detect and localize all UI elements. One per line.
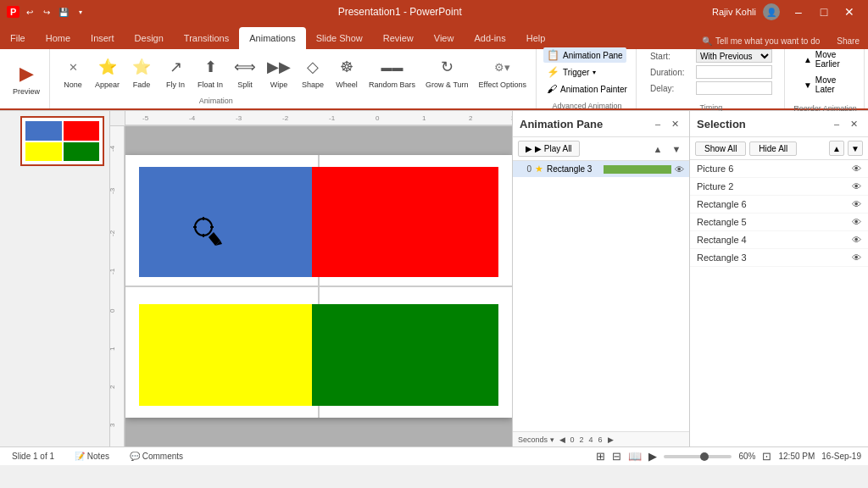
save-icon[interactable]: 💾 (57, 5, 70, 19)
selection-up-button[interactable]: ▲ (829, 141, 844, 156)
duration-input[interactable] (696, 65, 772, 79)
selection-pane-close[interactable]: ✕ (846, 116, 861, 131)
slide-canvas[interactable]: 0 (125, 126, 512, 446)
tab-insert[interactable]: Insert (81, 27, 125, 49)
titlebar: P ↩ ↪ 💾 ▾ Presentation1 - PowerPoint Raj… (0, 0, 868, 24)
anim-growturn[interactable]: ↻ Grow & Turn (421, 53, 473, 92)
preview-button[interactable]: ▶ Preview (8, 59, 44, 98)
tab-transitions[interactable]: Transitions (174, 27, 239, 49)
notes-icon: 📝 (75, 452, 85, 461)
delay-input[interactable] (696, 81, 772, 95)
view-reading[interactable]: 📖 (628, 450, 642, 463)
anim-shape[interactable]: ◇ Shape (297, 53, 329, 92)
anim-up-button[interactable]: ▲ (650, 141, 665, 157)
sel-item[interactable]: Picture 6 👁 (690, 160, 868, 178)
animation-pane-controls: – ✕ (650, 116, 682, 131)
zoom-slider[interactable] (664, 455, 732, 458)
selection-pane-header: Selection – ✕ (690, 111, 868, 137)
eye-rect6[interactable]: 👁 (852, 199, 861, 209)
trigger-button[interactable]: ⚡ Trigger ▾ (543, 64, 599, 80)
anim-fade[interactable]: ⭐ Fade (125, 53, 158, 92)
animation-pane-title: Animation Pane (520, 118, 603, 130)
tab-file[interactable]: File (0, 27, 36, 49)
tab-view[interactable]: View (424, 27, 465, 49)
anim-split[interactable]: ⟺ Split (229, 53, 261, 92)
sel-item[interactable]: Picture 2 👁 (690, 178, 868, 196)
user-avatar: 👤 (763, 3, 780, 20)
eye-rect3[interactable]: 👁 (852, 252, 861, 263)
anim-down-button[interactable]: ▼ (669, 141, 684, 157)
animation-painter-button[interactable]: 🖌 Animation Painter (543, 81, 631, 97)
view-slideshow[interactable]: ▶ (648, 450, 657, 463)
redo-icon[interactable]: ↪ (40, 5, 53, 19)
tab-animations[interactable]: Animations (239, 27, 305, 49)
ruler-corner (110, 111, 125, 126)
sel-item[interactable]: Rectangle 4 👁 (690, 231, 868, 249)
hide-all-button[interactable]: Hide All (749, 141, 797, 156)
slide-panel: 1 (0, 111, 110, 446)
move-earlier-button[interactable]: ▲Move Earlier (798, 48, 852, 70)
svg-text:-3: -3 (236, 114, 242, 122)
tab-help[interactable]: Help (516, 27, 556, 49)
selection-button-bar: Show All Hide All ▲ ▼ (690, 137, 868, 160)
tab-design[interactable]: Design (125, 27, 174, 49)
ribbon-group-reorder: ▲Move Earlier ▼Move Later Reorder Animat… (787, 49, 865, 108)
sel-item[interactable]: Rectangle 3 👁 (690, 249, 868, 267)
anim-pane-minimize[interactable]: – (650, 116, 665, 131)
play-all-button[interactable]: ▶ ▶ Play All (518, 141, 580, 157)
zoom-handle[interactable] (700, 452, 709, 461)
anim-none[interactable]: ✕ None (57, 53, 89, 92)
comments-icon: 💬 (130, 452, 140, 461)
eye-picture6[interactable]: 👁 (852, 164, 861, 174)
tab-review[interactable]: Review (373, 27, 424, 49)
customize-icon[interactable]: ▾ (74, 5, 87, 19)
start-select[interactable]: With Previous On Click After Previous (696, 49, 772, 63)
anim-pane-close[interactable]: ✕ (667, 116, 682, 131)
minimize-button[interactable]: – (787, 3, 810, 21)
anim-floatin[interactable]: ⬆ Float In (193, 53, 227, 92)
anim-eye-icon[interactable]: 👁 (675, 164, 684, 175)
titlebar-left: P ↩ ↪ 💾 ▾ (7, 5, 87, 19)
undo-icon[interactable]: ↩ (23, 5, 36, 19)
animation-pane-button[interactable]: 📋 Animation Pane (543, 47, 626, 63)
notes-button[interactable]: 📝 Notes (70, 451, 114, 462)
anim-appear[interactable]: ⭐ Appear (91, 53, 124, 92)
anim-effect-options[interactable]: ⚙▾ Effect Options (475, 53, 531, 92)
view-slide-sorter[interactable]: ⊟ (612, 450, 621, 463)
maximize-button[interactable]: □ (812, 3, 836, 21)
thumb-yellow (25, 142, 62, 162)
sel-item[interactable]: Rectangle 5 👁 (690, 214, 868, 231)
svg-text:2: 2 (110, 385, 116, 389)
tab-slideshow[interactable]: Slide Show (306, 27, 373, 49)
tab-addins[interactable]: Add-ins (464, 27, 515, 49)
ribbon-group-animation: ✕ None ⭐ Appear ⭐ Fade ↗ Fly In ⬆ Floa (52, 49, 537, 108)
thumb-blue (25, 121, 62, 141)
selection-pane-minimize[interactable]: – (829, 116, 844, 131)
clock: 12:50 PM (778, 452, 815, 461)
anim-item[interactable]: 0 ★ Rectangle 3 👁 (513, 161, 689, 177)
slide-thumbnail[interactable] (20, 116, 104, 166)
selection-down-button[interactable]: ▼ (848, 141, 863, 156)
anim-flyin[interactable]: ↗ Fly In (159, 53, 192, 92)
animation-play-bar: ▶ ▶ Play All ▲ ▼ (513, 137, 689, 161)
ribbon-content: ▶ Preview ✕ None ⭐ Appear ⭐ Fade (0, 49, 868, 110)
move-later-button[interactable]: ▼Move Later (798, 74, 852, 96)
tab-home[interactable]: Home (36, 27, 81, 49)
fit-slide-button[interactable]: ⊡ (762, 450, 771, 463)
svg-text:2: 2 (469, 114, 473, 122)
svg-text:-2: -2 (110, 230, 116, 236)
close-button[interactable]: ✕ (837, 3, 861, 21)
view-normal[interactable]: ⊞ (596, 450, 605, 463)
anim-wheel[interactable]: ☸ Wheel (331, 53, 363, 92)
comments-button[interactable]: 💬 Comments (125, 451, 188, 462)
anim-randombars[interactable]: ▬▬ Random Bars (364, 53, 420, 92)
eye-rect4[interactable]: 👁 (852, 235, 861, 245)
show-all-button[interactable]: Show All (695, 141, 746, 156)
svg-marker-28 (215, 241, 222, 246)
eye-rect5[interactable]: 👁 (852, 217, 861, 227)
animation-timeline: Seconds ▾ ◀ 0 2 4 6 ▶ (513, 431, 689, 446)
anim-wipe[interactable]: ▶▶ Wipe (263, 53, 295, 92)
svg-text:0: 0 (376, 114, 380, 122)
eye-picture2[interactable]: 👁 (852, 181, 861, 191)
sel-item[interactable]: Rectangle 6 👁 (690, 196, 868, 214)
